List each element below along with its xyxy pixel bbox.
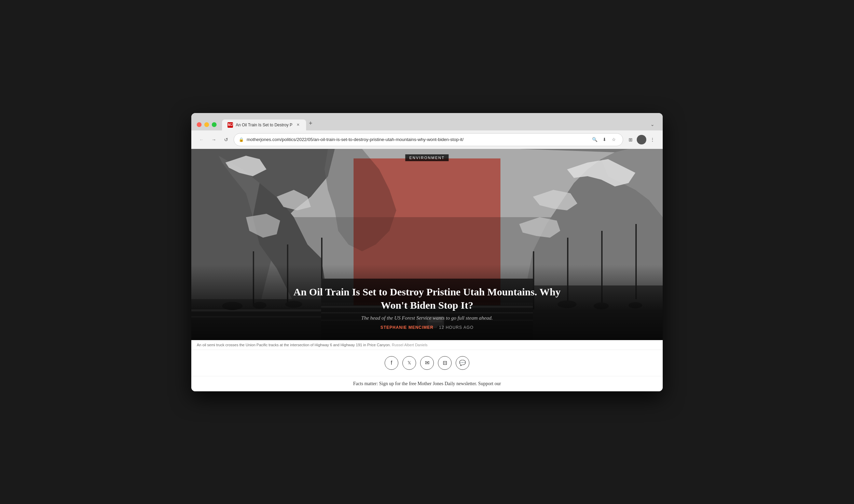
- more-button[interactable]: ⋮: [648, 135, 657, 144]
- twitter-share-button[interactable]: 𝕏: [402, 356, 416, 370]
- article-hero: ENVIRONMENT An Oil Train Is Set to Destr…: [191, 149, 663, 340]
- active-tab[interactable]: MJ An Oil Train Is Set to Destroy P ✕: [222, 120, 306, 130]
- bookmark-button[interactable]: ☆: [610, 136, 618, 144]
- article-title: An Oil Train Is Set to Destroy Pristine …: [286, 285, 568, 312]
- tab-menu-button[interactable]: ⌄: [648, 119, 657, 130]
- tab-favicon: MJ: [228, 122, 233, 128]
- maximize-button[interactable]: [212, 122, 217, 127]
- browser-window: MJ An Oil Train Is Set to Destroy P ✕ + …: [191, 113, 663, 391]
- article-author: STEPHANIE MENCIMER: [381, 325, 433, 330]
- newsletter-text: Facts matter: Sign up for the free Mothe…: [353, 381, 501, 386]
- lock-icon: 🔒: [239, 137, 244, 142]
- category-badge: ENVIRONMENT: [405, 154, 449, 161]
- download-button[interactable]: ⬇: [600, 136, 608, 144]
- hero-text-overlay: An Oil Train Is Set to Destroy Pristine …: [191, 265, 663, 340]
- address-bar: ← → ↺ 🔒 motherjones.com/politics/2022/05…: [191, 130, 663, 149]
- refresh-button[interactable]: ↺: [221, 135, 231, 144]
- search-url-button[interactable]: 🔍: [591, 136, 599, 144]
- caption-credit: Russel Albert Daniels: [392, 343, 428, 347]
- extensions-button[interactable]: ⊞: [626, 135, 635, 144]
- browser-actions: ⊞ ⋮: [626, 135, 657, 144]
- tab-bar: MJ An Oil Train Is Set to Destroy P ✕ + …: [222, 117, 657, 130]
- email-share-button[interactable]: ✉: [420, 356, 434, 370]
- close-button[interactable]: [197, 122, 202, 127]
- forward-button[interactable]: →: [209, 135, 219, 144]
- minimize-button[interactable]: [204, 122, 209, 127]
- title-bar: MJ An Oil Train Is Set to Destroy P ✕ + …: [191, 113, 663, 130]
- back-button[interactable]: ←: [197, 135, 206, 144]
- newsletter-bar: Facts matter: Sign up for the free Mothe…: [191, 376, 663, 391]
- article-subtitle: The head of the US Forest Service wants …: [286, 315, 568, 321]
- url-bar[interactable]: 🔒 motherjones.com/politics/2022/05/an-oi…: [234, 133, 623, 146]
- comment-share-button[interactable]: 💬: [456, 356, 469, 370]
- url-actions: 🔍 ⬇ ☆: [591, 136, 618, 144]
- article-meta: STEPHANIE MENCIMER 12 HOURS AGO: [286, 325, 568, 330]
- article-caption: An oil semi truck crosses the Union Paci…: [191, 340, 663, 350]
- profile-button[interactable]: [637, 135, 646, 144]
- share-bar: f 𝕏 ✉ ⊟ 💬: [191, 350, 663, 376]
- new-tab-button[interactable]: +: [306, 117, 315, 130]
- window-controls: [197, 122, 217, 130]
- page-content: ENVIRONMENT An Oil Train Is Set to Destr…: [191, 149, 663, 391]
- tab-close-button[interactable]: ✕: [295, 122, 301, 128]
- url-text: motherjones.com/politics/2022/05/an-oil-…: [247, 137, 588, 142]
- facebook-share-button[interactable]: f: [385, 356, 398, 370]
- tab-title: An Oil Train Is Set to Destroy P: [236, 123, 292, 127]
- article-time: 12 HOURS AGO: [439, 325, 473, 330]
- caption-text: An oil semi truck crosses the Union Paci…: [197, 343, 391, 347]
- print-share-button[interactable]: ⊟: [438, 356, 452, 370]
